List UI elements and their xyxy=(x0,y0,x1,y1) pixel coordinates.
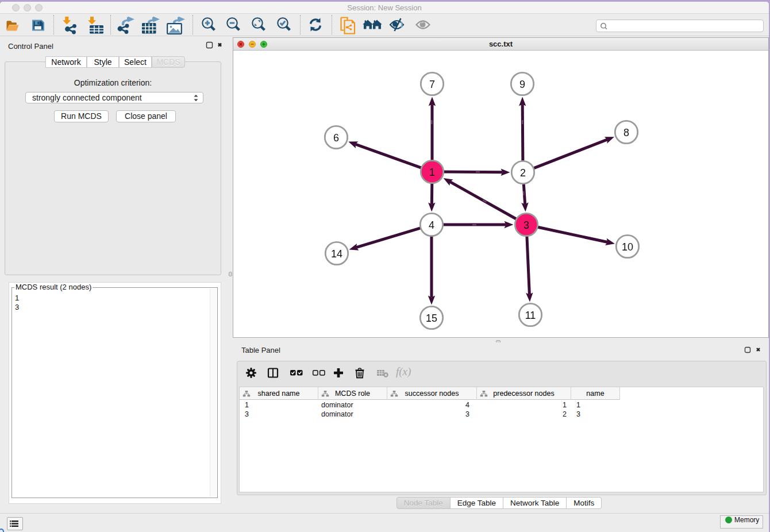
svg-text:6: 6 xyxy=(333,132,339,144)
svg-text:11: 11 xyxy=(525,310,536,321)
svg-text:9: 9 xyxy=(519,79,525,90)
svg-text:1: 1 xyxy=(429,167,435,178)
svg-text:4: 4 xyxy=(429,219,434,231)
svg-text:8: 8 xyxy=(623,127,629,138)
svg-text:14: 14 xyxy=(331,248,342,260)
svg-text:3: 3 xyxy=(523,219,529,231)
svg-text:10: 10 xyxy=(622,241,633,253)
svg-text:2: 2 xyxy=(520,167,526,179)
svg-text:7: 7 xyxy=(429,79,435,90)
svg-text:15: 15 xyxy=(426,313,437,324)
